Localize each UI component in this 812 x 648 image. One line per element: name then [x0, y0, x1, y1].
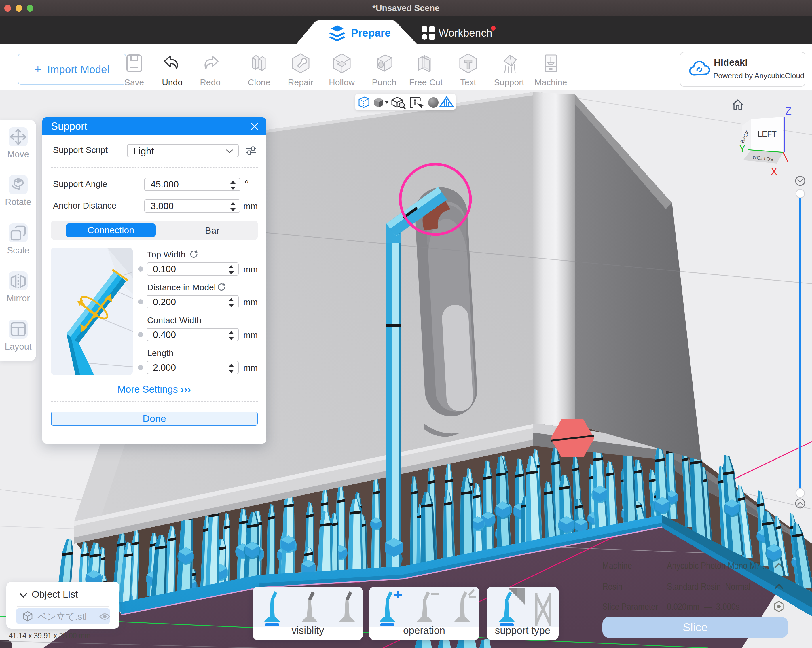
svg-text:X: X — [771, 166, 777, 177]
svg-text:LEFT: LEFT — [758, 130, 777, 139]
svg-text:Y: Y — [739, 142, 746, 154]
svg-text:Z: Z — [785, 105, 792, 117]
